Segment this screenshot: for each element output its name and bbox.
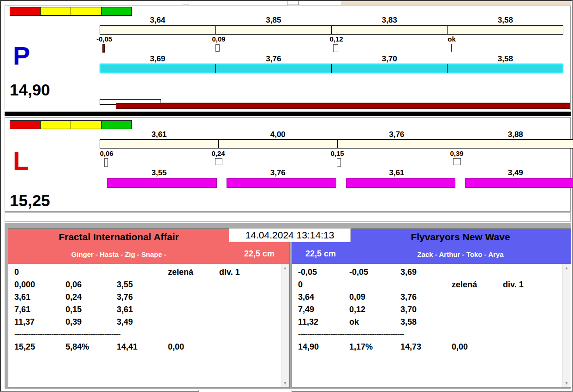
change-box-icon [215,158,222,165]
window-edge-tab [287,1,299,5]
upper-split-segment [337,139,456,148]
upper-times-row: 3,64 3,85 3,83 3,58 [100,16,563,25]
change-time: 0,39 [450,149,463,157]
start-lights [10,120,132,129]
team-name: Flyvaryors New Wave [350,232,571,243]
result-cell: -0,05 [349,267,400,277]
scroll-down-icon[interactable]: ▼ [281,380,289,386]
result-row: 7,610,153,61 [14,305,281,317]
jump-height: 22,5 cm [292,249,349,259]
change-markers-row [100,158,573,167]
upper-split-bar [100,25,563,35]
upper-time: 3,88 [456,130,573,139]
lower-split-segment [465,178,573,188]
summary-row: 15,255,84%14,410,00 [14,342,281,355]
change-time: 0,09 [212,35,225,43]
result-cell: zelená [452,280,503,290]
lower-split-segment [331,64,448,73]
upper-split-segment [456,139,573,148]
change-time: 0,06 [100,149,113,157]
result-row: -0,05-0,053,69 [298,267,562,280]
summary-total: 14,90 [298,342,349,352]
result-row: 3,640,093,76 [298,292,562,305]
teams-area: Fractal International Affair Ginger - Ha… [5,223,571,389]
lane-letter: L [13,148,29,174]
window-edge-tab [198,390,292,392]
result-cell: div. 1 [503,280,524,290]
result-row: 0zelenádiv. 1 [14,267,281,280]
lower-time: 3,58 [448,54,563,64]
empty-strip [5,212,571,222]
scrollbar[interactable]: ▲ ▼ [562,264,570,387]
result-cell: 0,39 [66,317,117,327]
result-cell: 3,61 [117,305,168,315]
upper-time: 3,64 [100,16,215,25]
scroll-up-icon[interactable]: ▲ [563,265,570,271]
team-members: Zack - Arthur - Toko - Arya [350,250,571,258]
result-cell: zelená [168,267,219,277]
team-results: -0,05-0,053,69 0zelenádiv. 1 3,640,093,7… [292,264,562,387]
light-green-icon [101,120,132,129]
upper-split-segment [447,25,563,35]
result-row: 3,610,243,76 [14,292,281,305]
lane-divider [5,112,571,116]
lower-split-bar [100,64,563,73]
team-name: Fractal International Affair [8,232,229,243]
result-row: 0,0000,063,55 [14,280,281,292]
result-cell: 0 [14,267,66,277]
window-edge-tab [183,1,189,5]
result-row: 11,370,393,49 [14,317,281,330]
upper-split-bar [100,139,573,148]
summary-percent: 1,17% [349,342,400,352]
upper-time: 3,61 [100,130,219,139]
results-separator: ----------------------------------------… [14,330,281,342]
scroll-down-icon[interactable]: ▼ [563,380,570,386]
summary-percent: 5,84% [66,342,117,352]
progress-bar [116,103,570,109]
team-members: Ginger - Hasta - Zig - Snape - [8,250,229,258]
result-cell: 3,76 [400,292,452,302]
result-cell: 0,06 [66,280,117,290]
jump-height: 22,5 cm [229,249,289,259]
lower-time: 3,76 [215,54,331,64]
lower-split-bar [100,178,573,188]
result-cell: 3,69 [400,267,452,277]
lane-total-time: 14,90 [10,81,50,99]
light-red-icon [10,120,41,129]
upper-split-segment [218,139,337,148]
lane-letter: P [13,43,30,69]
lower-split-segment [447,64,563,73]
start-lights [10,7,132,16]
summary-net: 14,41 [117,342,168,352]
result-cell: 3,58 [400,317,452,327]
lower-time: 3,69 [100,54,215,64]
change-box-icon [453,158,461,165]
change-box-icon [333,44,338,52]
change-markers-row [100,44,563,53]
lower-split-segment [215,64,332,73]
scroll-up-icon[interactable]: ▲ [281,265,289,271]
upper-time: 3,83 [332,16,448,25]
scrollbar[interactable]: ▲ ▼ [281,264,289,387]
result-cell: 7,61 [14,305,66,315]
upper-time: 4,00 [219,130,338,139]
change-time: ok [448,35,456,43]
upper-time: 3,85 [215,16,331,25]
datetime-display: 14.04.2024 13:14:13 [229,228,351,242]
summary-row: 14,901,17%14,730,00 [298,342,562,355]
lower-time: 3,76 [219,168,338,178]
result-row: 0zelenádiv. 1 [298,280,562,292]
upper-time: 3,76 [337,130,456,139]
change-time: -0,05 [96,35,112,43]
result-cell: ok [349,317,400,327]
result-cell: 0,000 [14,280,66,290]
lower-split-segment [346,178,456,188]
change-box-icon [337,158,341,167]
window-edge-strip [341,1,571,5]
result-cell: 11,32 [298,317,349,327]
light-yellow-icon [40,7,71,16]
change-time: 0,15 [330,149,344,157]
result-cell: 0,15 [66,305,117,315]
summary-net: 14,73 [400,342,452,352]
lower-split-segment [227,178,336,188]
